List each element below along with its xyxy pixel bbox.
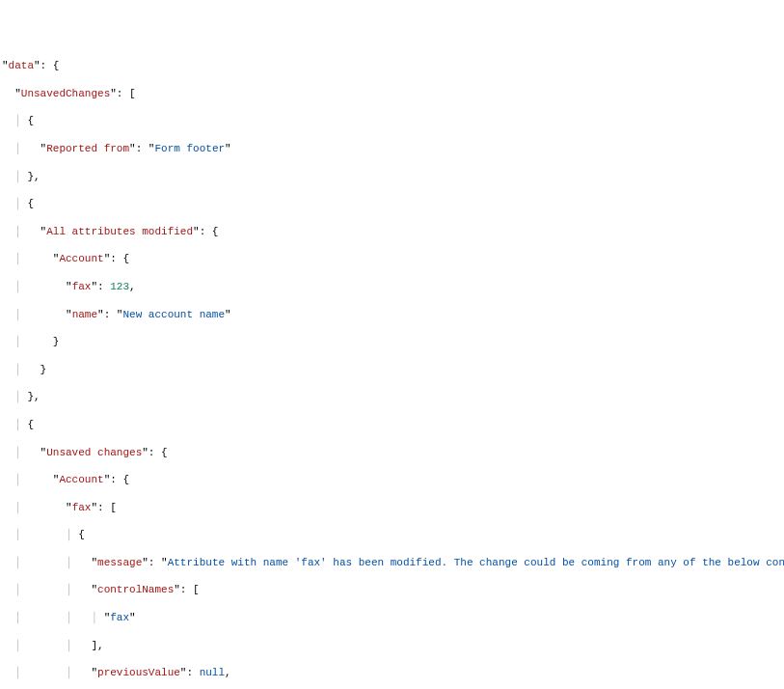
key-data: data (9, 60, 34, 71)
line: │ { (2, 418, 782, 431)
line: │ "name": "New account name" (2, 308, 782, 321)
line: │ }, (2, 170, 782, 183)
val-fax-123: 123 (110, 281, 129, 292)
line: │ │ { (2, 528, 782, 541)
val-new-account-name: New account name (122, 309, 225, 320)
line: │ │ │ "fax" (2, 611, 782, 624)
key-unsaved-changes: Unsaved changes (46, 447, 142, 458)
val-fax-msg: Attribute with name 'fax' has been modif… (168, 557, 784, 568)
line: "data": { (2, 59, 782, 72)
line: │ │ "message": "Attribute with name 'fax… (2, 556, 782, 569)
line: │ "Account": { (2, 473, 782, 486)
key-reported-from: Reported from (46, 143, 129, 154)
key-controlnames: controlNames (97, 584, 174, 595)
val-reported-from: Form footer (154, 143, 225, 154)
json-viewer: "data": { "UnsavedChanges": [ │ { │ "Rep… (0, 0, 784, 689)
line: │ }, (2, 390, 782, 403)
val-ctrl-fax: fax (110, 612, 129, 623)
key-account-2: Account (59, 474, 103, 485)
line: │ "Account": { (2, 252, 782, 265)
key-all-attrs-modified: All attributes modified (46, 226, 193, 237)
line: │ "All attributes modified": { (2, 225, 782, 238)
line: │ "Unsaved changes": { (2, 446, 782, 459)
key-name: name (72, 309, 97, 320)
key-fax: fax (72, 281, 92, 292)
line: │ { (2, 197, 782, 210)
key-prevvalue: previousValue (97, 667, 180, 678)
line: │ │ ], (2, 639, 782, 652)
line: │ │ "controlNames": [ (2, 583, 782, 596)
key-message: message (97, 557, 142, 568)
line: │ } (2, 363, 782, 376)
val-null: null (200, 667, 225, 678)
line: │ { (2, 114, 782, 127)
line: │ } (2, 335, 782, 348)
key-account: Account (59, 253, 103, 264)
key-unsavedchanges: UnsavedChanges (21, 88, 110, 99)
line: │ "Reported from": "Form footer" (2, 142, 782, 155)
line: │ │ "previousValue": null, (2, 666, 782, 679)
key-fax-2: fax (72, 502, 92, 513)
line: │ "fax": [ (2, 501, 782, 514)
line: "UnsavedChanges": [ (2, 87, 782, 100)
line: │ "fax": 123, (2, 280, 782, 293)
